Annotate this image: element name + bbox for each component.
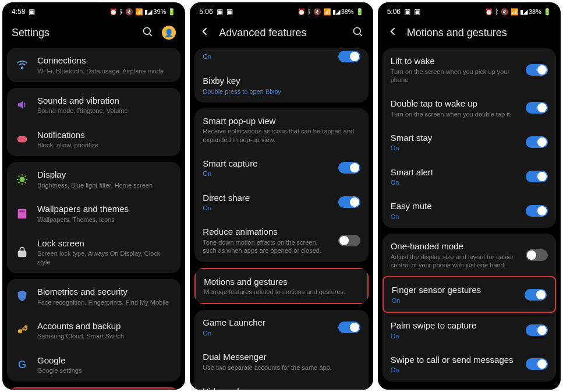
row-title: Easy mute xyxy=(391,200,518,212)
settings-list[interactable]: Lift to wakeTurn on the screen when you … xyxy=(378,48,561,390)
back-button[interactable] xyxy=(199,26,211,40)
settings-row[interactable]: Game LauncherOn xyxy=(194,310,368,344)
screenshot-icon: ▣ xyxy=(29,8,35,16)
settings-row[interactable]: Lift to wakeTurn on the screen when you … xyxy=(383,48,556,91)
toggle-switch[interactable] xyxy=(338,196,360,208)
toggle-switch[interactable] xyxy=(526,205,548,217)
settings-row[interactable]: Easy muteOn xyxy=(383,193,556,228)
row-text: Double tap to wake upTurn on the screen … xyxy=(391,98,518,118)
page-title: Settings xyxy=(12,27,134,39)
svg-line-19 xyxy=(359,34,362,36)
settings-row[interactable]: ConnectionsWi-Fi, Bluetooth, Data usage,… xyxy=(7,48,180,82)
row-text: Swipe to call or send messagesOn xyxy=(391,354,518,375)
search-icon[interactable] xyxy=(142,26,154,40)
settings-row[interactable]: Biometrics and securityFace recognition,… xyxy=(7,279,180,313)
row-subtitle: On xyxy=(391,332,518,340)
toggle-switch[interactable] xyxy=(526,102,548,114)
settings-row[interactable]: GGoogleGoogle settings xyxy=(7,348,180,382)
toggle-switch[interactable] xyxy=(338,322,360,333)
toggle-switch[interactable] xyxy=(525,289,547,301)
screenshot-icon: ▣ xyxy=(404,8,410,16)
header: Settings 👤 xyxy=(2,21,185,48)
row-title: Game Launcher xyxy=(203,317,330,329)
settings-list[interactable]: ConnectionsWi-Fi, Bluetooth, Data usage,… xyxy=(2,48,185,390)
toggle-switch[interactable] xyxy=(338,162,360,174)
settings-row[interactable]: Wallpapers and themesWallpapers, Themes,… xyxy=(7,196,180,231)
bluetooth-icon: ᛒ xyxy=(307,8,311,15)
row-subtitle: On xyxy=(203,52,330,61)
row-subtitle: Use two separate accounts for the same a… xyxy=(203,363,360,372)
settings-group: OnBixby keyDouble press to open Bixby xyxy=(194,48,368,103)
settings-group: DisplayBrightness, Blue light filter, Ho… xyxy=(7,162,180,273)
settings-row[interactable]: Swipe to call or send messagesOn xyxy=(383,347,556,382)
settings-row-partial[interactable]: On xyxy=(194,48,368,68)
wallpaper-icon xyxy=(15,207,29,221)
settings-group: Advanced featuresBixby Routines, Motions… xyxy=(7,387,180,390)
row-subtitle: Screen lock type, Always On Display, Clo… xyxy=(37,249,172,266)
settings-row[interactable]: Bixby keyDouble press to open Bixby xyxy=(194,68,368,103)
row-text: Direct shareOn xyxy=(203,192,330,213)
row-subtitle: Face recognition, Fingerprints, Find My … xyxy=(37,298,172,306)
toggle-switch[interactable] xyxy=(526,324,548,336)
row-title: Biometrics and security xyxy=(37,286,172,298)
settings-list[interactable]: OnBixby keyDouble press to open BixbySma… xyxy=(190,48,373,390)
toggle-switch[interactable] xyxy=(526,64,548,76)
toggle-switch[interactable] xyxy=(526,136,548,148)
key-icon xyxy=(15,323,29,337)
bluetooth-icon: ᛒ xyxy=(119,8,123,15)
toggle-switch[interactable] xyxy=(338,51,360,62)
row-title: Swipe to call or send messages xyxy=(391,354,518,366)
search-icon[interactable] xyxy=(352,26,364,40)
settings-row[interactable]: Finger sensor gesturesOn xyxy=(383,276,556,313)
row-title: Bixby key xyxy=(203,75,360,87)
settings-row[interactable]: Smart alertOn xyxy=(383,160,556,194)
settings-row[interactable]: Smart stayOn xyxy=(383,125,556,160)
status-time: 5:06 xyxy=(199,8,213,16)
status-bar: 4:58 ▣ ⏰ ᛒ 🔇 📶 ▮◢ 39% 🔋 xyxy=(2,2,185,21)
settings-row[interactable]: Smart captureOn xyxy=(194,151,368,185)
settings-group: Game LauncherOnDual MessengerUse two sep… xyxy=(194,310,368,390)
back-button[interactable] xyxy=(387,26,399,40)
row-subtitle: Receive notifications as icons that can … xyxy=(203,127,360,144)
row-text: One-handed modeAdjust the display size a… xyxy=(391,241,518,269)
settings-row[interactable]: Lock screenScreen lock type, Always On D… xyxy=(7,231,180,273)
row-text: GoogleGoogle settings xyxy=(37,355,172,375)
avatar[interactable]: 👤 xyxy=(162,26,176,40)
settings-row[interactable]: Accounts and backupSamsung Cloud, Smart … xyxy=(7,313,180,348)
settings-row[interactable]: Palm swipe to captureOn xyxy=(383,313,556,347)
settings-row[interactable]: Smart pop-up viewReceive notifications a… xyxy=(194,108,368,151)
row-title: Dual Messenger xyxy=(203,351,360,363)
row-subtitle: Turn on the screen when you pick up your… xyxy=(391,68,518,84)
settings-row[interactable]: Double tap to wake upTurn on the screen … xyxy=(383,91,556,125)
row-subtitle: On xyxy=(391,213,518,221)
row-subtitle: On xyxy=(392,296,516,305)
row-title: Google xyxy=(37,355,172,366)
svg-line-9 xyxy=(19,175,20,176)
row-title: Smart alert xyxy=(391,167,518,178)
row-text: Biometrics and securityFace recognition,… xyxy=(37,286,172,306)
settings-row[interactable]: Direct shareOn xyxy=(194,185,368,220)
row-subtitle: Block, allow, prioritize xyxy=(37,141,172,149)
row-subtitle: Manage features related to motions and g… xyxy=(204,288,359,296)
toggle-switch[interactable] xyxy=(526,171,548,182)
mute-icon: 🔇 xyxy=(125,8,133,16)
toggle-switch[interactable] xyxy=(526,249,548,261)
toggle-switch[interactable] xyxy=(526,358,548,370)
settings-row[interactable]: Motions and gesturesManage features rela… xyxy=(194,268,368,305)
toggle-switch[interactable] xyxy=(338,235,360,246)
settings-row[interactable]: DisplayBrightness, Blue light filter, Ho… xyxy=(7,162,180,196)
header: Advanced features xyxy=(190,21,373,48)
sound-icon xyxy=(15,98,29,112)
settings-row[interactable]: One-handed modeAdjust the display size a… xyxy=(383,234,556,276)
settings-row[interactable]: Dual MessengerUse two separate accounts … xyxy=(194,344,368,379)
settings-row[interactable]: Reduce animationsTone down motion effect… xyxy=(194,219,368,262)
settings-row[interactable]: NotificationsBlock, allow, prioritize xyxy=(7,122,180,157)
row-text: ConnectionsWi-Fi, Bluetooth, Data usage,… xyxy=(37,55,172,75)
settings-row[interactable]: Sounds and vibrationSound mode, Ringtone… xyxy=(7,88,180,122)
settings-row[interactable]: Video enhancerOn xyxy=(194,379,368,390)
svg-point-2 xyxy=(22,68,23,69)
settings-row[interactable]: Advanced featuresBixby Routines, Motions… xyxy=(7,387,180,390)
row-subtitle: On xyxy=(203,204,330,212)
battery-icon: 🔋 xyxy=(168,8,176,16)
row-subtitle: On xyxy=(203,169,330,178)
